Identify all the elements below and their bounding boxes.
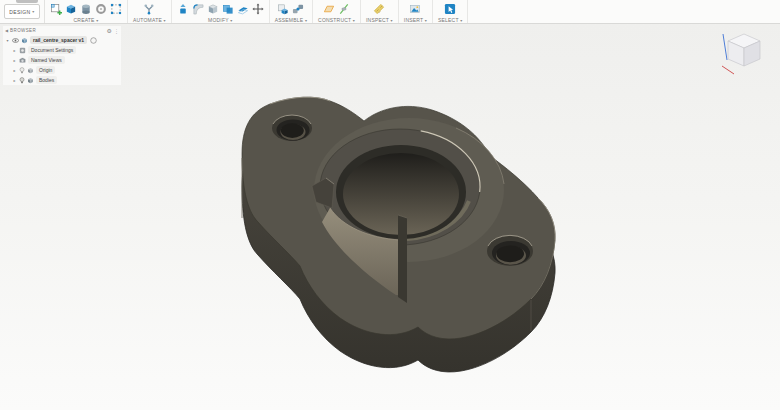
toolbar-group-create: CREATE ▾ bbox=[45, 0, 128, 23]
chevron-down-icon: ▾ bbox=[391, 18, 393, 23]
group-label-modify[interactable]: MODIFY ▾ bbox=[208, 17, 232, 23]
collapsed-triangle-icon[interactable]: ▸ bbox=[12, 58, 17, 63]
construction-plane-icon[interactable] bbox=[323, 3, 335, 15]
browser-collapse-icon[interactable]: ◀ bbox=[5, 28, 8, 33]
insert-canvas-icon[interactable] bbox=[409, 3, 421, 15]
toolbar-group-insert: INSERT ▾ bbox=[399, 0, 433, 23]
workspace-switcher-area: DESIGN ▾ bbox=[0, 0, 45, 23]
construct-icons bbox=[323, 2, 350, 16]
settings-doc-icon bbox=[19, 47, 26, 54]
overflow-menu-icon[interactable]: ⋮ bbox=[114, 28, 119, 34]
toolbar-group-construct: CONSTRUCT ▾ bbox=[313, 0, 361, 23]
origin-axes-icon bbox=[27, 67, 34, 74]
chevron-down-icon: ▾ bbox=[96, 18, 98, 23]
collapsed-triangle-icon[interactable]: ▸ bbox=[12, 48, 17, 53]
group-label-select[interactable]: SELECT ▾ bbox=[438, 17, 462, 23]
chevron-down-icon: ▾ bbox=[460, 18, 462, 23]
create-sketch-icon[interactable] bbox=[50, 3, 62, 15]
browser-item-root-component[interactable]: ▾ rail_centre_spacer v1 bbox=[3, 35, 121, 45]
top-toolbar: DESIGN ▾ bbox=[0, 0, 780, 24]
toolbar-group-automate: AUTOMATE ▾ bbox=[128, 0, 172, 23]
select-cursor-icon[interactable] bbox=[444, 3, 456, 15]
item-label: Document Settings bbox=[28, 46, 76, 54]
chevron-down-icon: ▾ bbox=[425, 18, 427, 23]
chevron-down-icon: ▾ bbox=[305, 18, 307, 23]
collapsed-triangle-icon[interactable]: ▸ bbox=[12, 78, 17, 83]
create-form-icon[interactable] bbox=[110, 3, 122, 15]
create-icons bbox=[50, 2, 122, 16]
bodies-folder-icon bbox=[27, 77, 34, 84]
browser-panel: ◀ BROWSER ⚙ ⋮ ▾ rail_centre_spacer v1 ▸ … bbox=[3, 26, 121, 85]
browser-item-bodies[interactable]: ▸ Bodies bbox=[3, 75, 121, 85]
group-label-automate[interactable]: AUTOMATE ▾ bbox=[133, 17, 166, 23]
collapsed-triangle-icon[interactable]: ▸ bbox=[12, 68, 17, 73]
group-label-create[interactable]: CREATE ▾ bbox=[74, 17, 99, 23]
modify-icons bbox=[177, 2, 264, 16]
viewcube[interactable] bbox=[720, 28, 768, 80]
group-label-insert[interactable]: INSERT ▾ bbox=[404, 17, 427, 23]
inspect-icons bbox=[373, 2, 385, 16]
browser-item-named-views[interactable]: ▸ Named Views bbox=[3, 55, 121, 65]
shell-icon[interactable] bbox=[207, 3, 219, 15]
offset-face-icon[interactable] bbox=[237, 3, 249, 15]
automate-branch-icon[interactable] bbox=[143, 3, 155, 15]
chevron-down-icon: ▾ bbox=[32, 9, 34, 14]
browser-header: ◀ BROWSER ⚙ ⋮ bbox=[3, 26, 121, 35]
browser-item-document-settings[interactable]: ▸ Document Settings bbox=[3, 45, 121, 55]
toolbar-group-inspect: INSPECT ▾ bbox=[361, 0, 399, 23]
activate-radio-icon[interactable] bbox=[90, 37, 97, 44]
new-component-icon[interactable] bbox=[277, 3, 289, 15]
toolbar-group-select: SELECT ▾ bbox=[433, 0, 468, 23]
create-torus-icon[interactable] bbox=[95, 3, 107, 15]
group-label-construct[interactable]: CONSTRUCT ▾ bbox=[318, 17, 355, 23]
chevron-down-icon: ▾ bbox=[164, 18, 166, 23]
workspace-design-label: DESIGN bbox=[9, 9, 30, 15]
camera-icon bbox=[19, 57, 26, 64]
expand-triangle-icon[interactable]: ▾ bbox=[5, 38, 10, 43]
left-mounting-hole bbox=[272, 115, 312, 141]
measure-icon[interactable] bbox=[373, 3, 385, 15]
chevron-down-icon: ▾ bbox=[353, 18, 355, 23]
right-mounting-hole bbox=[487, 235, 533, 266]
item-label: Named Views bbox=[28, 56, 65, 64]
viewcube-x-axis bbox=[722, 66, 734, 74]
select-icons bbox=[444, 2, 456, 16]
create-cylinder-icon[interactable] bbox=[80, 3, 92, 15]
workspace-design-dropdown[interactable]: DESIGN ▾ bbox=[4, 4, 39, 19]
model-part[interactable] bbox=[228, 88, 572, 380]
document-tab[interactable] bbox=[16, 0, 38, 3]
root-component-label[interactable]: rail_centre_spacer v1 bbox=[30, 36, 87, 44]
lightbulb-off-icon[interactable] bbox=[19, 67, 25, 74]
browser-title: BROWSER bbox=[10, 28, 105, 33]
toolbar-group-modify: MODIFY ▾ bbox=[172, 0, 270, 23]
chevron-down-icon: ▾ bbox=[230, 18, 232, 23]
construction-axis-icon[interactable] bbox=[338, 3, 350, 15]
combine-icon[interactable] bbox=[222, 3, 234, 15]
group-label-inspect[interactable]: INSPECT ▾ bbox=[366, 17, 393, 23]
assemble-icons bbox=[277, 2, 304, 16]
insert-icons bbox=[409, 2, 421, 16]
lightbulb-on-icon[interactable] bbox=[19, 77, 25, 84]
viewcube-z-axis bbox=[723, 34, 727, 60]
browser-item-origin[interactable]: ▸ Origin bbox=[3, 65, 121, 75]
fillet-icon[interactable] bbox=[192, 3, 204, 15]
cut-flat-face bbox=[398, 215, 407, 303]
visibility-eye-icon[interactable] bbox=[12, 38, 19, 43]
automate-icons bbox=[143, 2, 155, 16]
gear-icon[interactable]: ⚙ bbox=[107, 28, 112, 34]
press-pull-icon[interactable] bbox=[177, 3, 189, 15]
item-label: Origin bbox=[36, 66, 55, 74]
toolbar-group-assemble: ASSEMBLE ▾ bbox=[270, 0, 313, 23]
item-label: Bodies bbox=[36, 76, 57, 84]
group-label-assemble[interactable]: ASSEMBLE ▾ bbox=[275, 17, 307, 23]
part-body[interactable] bbox=[242, 97, 555, 372]
joint-icon[interactable] bbox=[292, 3, 304, 15]
component-icon bbox=[21, 37, 28, 44]
move-copy-icon[interactable] bbox=[252, 3, 264, 15]
create-box-icon[interactable] bbox=[65, 3, 77, 15]
